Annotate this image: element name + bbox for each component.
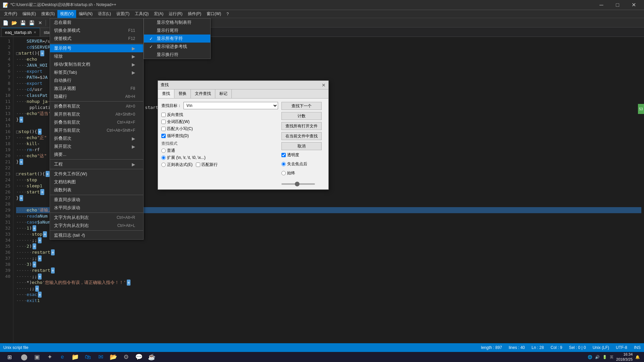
menu-fullscreen[interactable]: 切换全屏模式 F11 xyxy=(50,26,143,35)
menu-view[interactable]: 视图(V) xyxy=(57,10,76,18)
transparency-slider-thumb[interactable] xyxy=(295,182,300,186)
sub-show-all[interactable]: ✓ 显示所有字符 xyxy=(144,35,210,43)
menu-language[interactable]: 语言(L) xyxy=(95,10,114,18)
menu-edit[interactable]: 编辑(E) xyxy=(20,10,39,18)
find-check-reverse: 反向查找 xyxy=(161,112,278,118)
find-tab-file-search[interactable]: 文件查找 xyxy=(191,89,215,98)
find-radio-on-blur-row: 失去焦点后 xyxy=(281,161,325,167)
maximize-button[interactable]: □ xyxy=(610,0,625,10)
find-mode-radios: 普通 扩展 (\n, \r, \t, \0, \x...) 正则表达式(E) 匹… xyxy=(161,148,278,168)
toolbar-open[interactable]: 📂 xyxy=(10,19,18,26)
menu-project[interactable]: 工程 ▶ xyxy=(50,160,143,168)
sub-show-spaces[interactable]: 显示空格与制表符 xyxy=(144,18,210,26)
toolbar-close[interactable]: ✕ xyxy=(36,19,44,26)
radio-always[interactable] xyxy=(281,171,286,175)
menu-sync-vert[interactable]: 垂直同步滚动 xyxy=(50,196,143,204)
menu-from-map[interactable]: 激活从视图 F8 xyxy=(50,84,143,93)
start-icon: ⊞ xyxy=(7,354,12,360)
btn-find-all[interactable]: 查找所有打开文件 xyxy=(281,122,322,130)
fan-icon: ✦ xyxy=(47,353,52,361)
find-target-input[interactable]: \r\n xyxy=(183,102,278,109)
menu-settings[interactable]: 设置(T) xyxy=(114,10,132,18)
menu-notepad-mode[interactable]: 便签模式 F12 xyxy=(50,35,143,43)
check-match-newline[interactable] xyxy=(196,163,200,167)
taskbar-settings[interactable]: ⚙ xyxy=(120,352,132,362)
taskbar-task-view[interactable]: ▣ xyxy=(31,352,43,362)
find-tab-find[interactable]: 查找 xyxy=(158,89,174,98)
find-target-row: 查找目标： \r\n xyxy=(161,102,278,109)
find-tab-mark[interactable]: 标记 xyxy=(215,89,232,98)
tab-eaq-close[interactable]: ✕ xyxy=(34,31,36,34)
taskbar-edge[interactable]: e xyxy=(56,352,68,362)
toolbar-new[interactable]: 📄 xyxy=(1,19,9,26)
taskbar-search[interactable]: ⬤ xyxy=(18,352,30,362)
menu-always-on-top[interactable]: 总在最前 xyxy=(50,18,143,26)
sub-show-eol[interactable]: 显示行尾符 xyxy=(144,26,210,35)
btn-find-in-current[interactable]: 在当前文件中查找 xyxy=(281,132,322,140)
menu-sync-horiz[interactable]: 水平同步滚动 xyxy=(50,204,143,212)
find-mode-extend: 扩展 (\n, \r, \t, \0, \x...) xyxy=(161,155,278,161)
tab-eaq[interactable]: eaq_startup.sh ✕ xyxy=(1,28,40,37)
minimize-button[interactable]: ─ xyxy=(594,0,609,10)
check-match-case[interactable] xyxy=(161,127,166,131)
menu-encoding[interactable]: 编码(N) xyxy=(76,10,95,18)
taskbar-wechat[interactable]: 💬 xyxy=(133,352,145,362)
sub-show-wrap[interactable]: 显示换行符 xyxy=(144,51,210,59)
check-loop[interactable] xyxy=(161,134,166,138)
taskbar-fan[interactable]: ✦ xyxy=(44,352,56,362)
menu-tools[interactable]: 工具(Q) xyxy=(132,10,151,18)
menu-fold-all[interactable]: 折叠所有层次 Alt+0 xyxy=(50,102,143,110)
taskbar-start-btn[interactable]: ⊞ xyxy=(1,352,17,362)
taskbar-file-manager[interactable]: 📂 xyxy=(107,352,119,362)
menu-help[interactable]: ? xyxy=(224,10,231,18)
find-tab-replace[interactable]: 替换 xyxy=(174,89,191,98)
menu-window[interactable]: 窗口(W) xyxy=(204,10,224,18)
menu-fold-level[interactable]: 折叠层次 ▶ xyxy=(50,134,143,142)
taskbar-store[interactable]: 🛍 xyxy=(82,352,94,362)
menu-search[interactable]: 搜索(S) xyxy=(39,10,57,18)
menu-plugins[interactable]: 插件(P) xyxy=(185,10,204,18)
check-reverse[interactable] xyxy=(161,113,166,117)
menu-hide-line[interactable]: 隐藏行 Alt+H xyxy=(50,93,143,101)
mail-icon: ✉ xyxy=(98,353,103,361)
check-whole-word[interactable] xyxy=(161,120,166,124)
find-dialog-close-btn[interactable]: ✕ xyxy=(322,82,326,88)
toolbar-save-all[interactable]: 💾 xyxy=(28,19,36,26)
menu-auto-wrap[interactable]: 自动换行 xyxy=(50,76,143,84)
menu-file[interactable]: 文件(F) xyxy=(1,10,20,18)
menu-show-symbol[interactable]: 显示符号 ▶ xyxy=(50,44,143,52)
btn-cancel[interactable]: 取消 xyxy=(281,142,322,150)
close-button[interactable]: ✕ xyxy=(626,0,641,10)
check-transparency[interactable] xyxy=(281,153,286,157)
menu-summary[interactable]: 摘要... xyxy=(50,150,143,159)
menu-expand-level[interactable]: 展开层次 ▶ xyxy=(50,142,143,150)
radio-extend[interactable] xyxy=(161,156,166,160)
menu-expand-current[interactable]: 展开当前层次 Ctrl+Alt+Shift+F xyxy=(50,126,143,134)
radio-normal[interactable] xyxy=(161,148,166,153)
menu-tab-label[interactable]: 标签页(Tab) ▶ xyxy=(50,68,143,76)
taskbar-mail[interactable]: ✉ xyxy=(95,352,107,362)
menu-workspace[interactable]: 文件夹工作区(W) xyxy=(50,170,143,178)
find-checkboxes: 反向查找 全词匹配(W) 匹配大小写(C) 循环查找(D) xyxy=(161,112,278,139)
menu-doc-map[interactable]: 文档结构图 xyxy=(50,178,143,186)
menu-monitor-log[interactable]: 监视日志 (tail -f) xyxy=(50,231,143,239)
menu-text-rtl[interactable]: 文字方向从右到左 Ctrl+Alt+R xyxy=(50,214,143,222)
menu-macro[interactable]: 宏(A) xyxy=(151,10,166,18)
btn-find-next[interactable]: 查找下一个 xyxy=(281,102,322,110)
menu-text-ltr[interactable]: 文字方向从左到右 Ctrl+Alt+L xyxy=(50,222,143,230)
radio-on-blur[interactable] xyxy=(281,162,286,166)
toolbar-save[interactable]: 💾 xyxy=(19,19,27,26)
btn-count[interactable]: 计数 xyxy=(281,112,322,120)
settings-icon: ⚙ xyxy=(123,353,129,361)
taskbar-extra[interactable]: ☕ xyxy=(146,352,158,362)
menu-expand-all[interactable]: 展开所有层次 Alt+Shift+0 xyxy=(50,110,143,118)
menu-zoom[interactable]: 缩放 ▶ xyxy=(50,52,143,60)
menu-fold-current[interactable]: 折叠当前层次 Ctrl+Alt+F xyxy=(50,118,143,126)
sub-show-indent[interactable]: ✓ 显示缩进参考线 xyxy=(144,43,210,51)
menu-move-copy[interactable]: 移动/复制当前文档 ▶ xyxy=(50,60,143,68)
wechat-icon: 💬 xyxy=(135,353,143,361)
radio-regex[interactable] xyxy=(161,163,166,167)
menu-func-list[interactable]: 函数列表 xyxy=(50,186,143,194)
menu-run[interactable]: 运行(R) xyxy=(166,10,185,18)
taskbar-explorer[interactable]: 📁 xyxy=(69,352,81,362)
